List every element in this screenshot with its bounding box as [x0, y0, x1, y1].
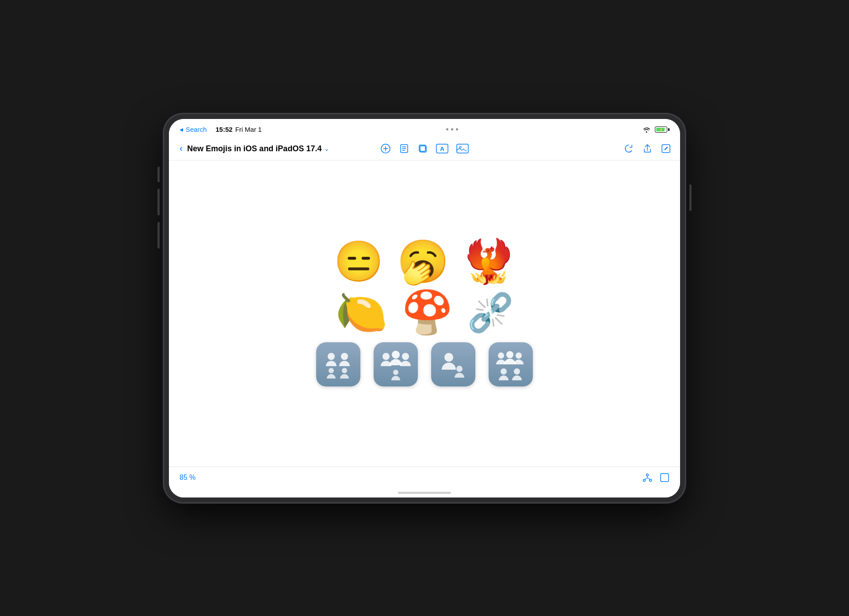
- people-group-family-3: [431, 342, 475, 386]
- back-button[interactable]: ‹: [178, 141, 184, 156]
- device-frame: ◂ Search 15:52 Fri Mar 1: [164, 114, 685, 503]
- people-group-family-2: [374, 342, 418, 386]
- mute-button[interactable]: [157, 167, 160, 182]
- svg-point-19: [498, 352, 504, 359]
- status-back-arrow-icon: ◂: [180, 125, 183, 134]
- status-dot-1: [446, 128, 448, 130]
- volume-up-button[interactable]: [157, 189, 160, 215]
- people-group-family-4: [489, 342, 533, 386]
- status-bar: ◂ Search 15:52 Fri Mar 1: [169, 119, 680, 138]
- bottom-right-icons: [642, 472, 669, 483]
- emoji-lime: 🍋: [335, 291, 388, 333]
- emoji-mushroom: 🍄: [401, 291, 454, 333]
- emoji-row-3: [316, 342, 533, 386]
- bottom-bar: 85 %: [169, 467, 680, 489]
- share-icon[interactable]: [642, 143, 653, 154]
- nav-center-tools: A: [380, 143, 469, 154]
- emoji-phoenix: 🐦‍🔥: [463, 241, 515, 283]
- svg-point-24: [646, 474, 649, 476]
- volume-down-button[interactable]: [157, 222, 160, 249]
- annotation-tool-icon[interactable]: [380, 143, 391, 154]
- svg-point-15: [402, 353, 409, 360]
- people-group-family-1: [316, 342, 360, 386]
- svg-text:A: A: [440, 145, 444, 152]
- emoji-row-1: 😑 🥱 🐦‍🔥: [334, 241, 515, 283]
- svg-rect-27: [661, 474, 669, 482]
- status-date: Fri Mar 1: [235, 126, 262, 133]
- zoom-level: 85 %: [180, 474, 195, 482]
- wifi-icon: [642, 126, 650, 133]
- svg-point-20: [506, 351, 513, 358]
- status-right: ⚡: [642, 126, 669, 133]
- nav-bar: ‹ New Emojis in iOS and iPadOS 17.4 ⌄: [169, 138, 680, 161]
- svg-point-10: [341, 353, 348, 360]
- home-indicator-bar: [169, 489, 680, 497]
- status-center: [446, 128, 458, 130]
- svg-point-17: [444, 353, 453, 362]
- emoji-grid: 😑 🥱 🐦‍🔥 🍋 🍄 ⛓️‍💥: [316, 241, 533, 386]
- screen: ◂ Search 15:52 Fri Mar 1: [169, 119, 680, 497]
- status-time: 15:52: [216, 126, 233, 133]
- nav-right: [469, 143, 671, 154]
- side-button[interactable]: [689, 184, 692, 211]
- home-indicator: [398, 492, 451, 494]
- svg-point-14: [392, 351, 400, 359]
- battery-icon: ⚡: [655, 126, 669, 133]
- image-tool-icon[interactable]: [456, 143, 469, 154]
- page-title: New Emojis in iOS and iPadOS 17.4: [187, 144, 321, 153]
- text-format-icon[interactable]: A: [436, 143, 448, 154]
- svg-point-23: [514, 368, 520, 375]
- svg-point-13: [382, 353, 390, 360]
- svg-point-11: [329, 368, 334, 373]
- nav-left: ‹ New Emojis in iOS and iPadOS 17.4 ⌄: [178, 141, 380, 156]
- edit-icon[interactable]: [661, 143, 671, 154]
- svg-point-9: [328, 353, 335, 360]
- svg-point-25: [643, 479, 646, 482]
- emoji-face-with-spiral-eyes: 🥱: [397, 241, 449, 283]
- diagram-icon[interactable]: [642, 472, 653, 483]
- layers-tool-icon[interactable]: [417, 143, 428, 154]
- title-chevron-icon[interactable]: ⌄: [324, 145, 329, 152]
- svg-point-22: [501, 368, 507, 375]
- status-search-label[interactable]: Search: [186, 126, 207, 133]
- document-tool-icon[interactable]: [399, 143, 409, 154]
- svg-point-21: [516, 352, 522, 359]
- svg-point-26: [650, 479, 652, 482]
- svg-point-12: [342, 368, 347, 373]
- svg-point-16: [393, 370, 398, 375]
- square-view-icon[interactable]: [660, 473, 669, 482]
- svg-point-18: [456, 366, 463, 372]
- status-dot-2: [451, 128, 453, 130]
- emoji-row-2: 🍋 🍄 ⛓️‍💥: [335, 291, 514, 333]
- content-area: 😑 🥱 🐦‍🔥 🍋 🍄 ⛓️‍💥: [169, 161, 680, 467]
- status-left: ◂ Search 15:52 Fri Mar 1: [180, 125, 262, 134]
- emoji-expressionless-with-sweat: 😑: [334, 241, 383, 281]
- svg-point-7: [459, 146, 461, 148]
- emoji-broken-chain: ⛓️‍💥: [467, 294, 514, 331]
- status-dot-3: [456, 128, 458, 130]
- refresh-icon[interactable]: [623, 143, 634, 154]
